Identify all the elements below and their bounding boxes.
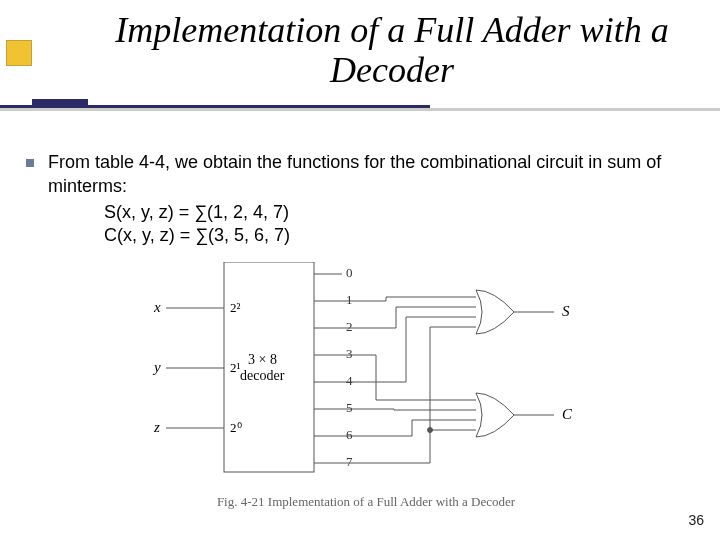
page-number: 36 bbox=[688, 512, 704, 528]
weight-y: 2¹ bbox=[230, 360, 241, 375]
input-x-label: x bbox=[153, 299, 161, 315]
output-c: C bbox=[562, 406, 573, 422]
out-7: 7 bbox=[346, 454, 353, 469]
out-2: 2 bbox=[346, 319, 353, 334]
block-label-bottom: decoder bbox=[240, 368, 285, 383]
input-y-label: y bbox=[152, 359, 161, 375]
bullet-item: From table 4-4, we obtain the functions … bbox=[20, 150, 700, 199]
input-z-label: z bbox=[153, 419, 160, 435]
equations: S(x, y, z) = ∑(1, 2, 4, 7) C(x, y, z) = … bbox=[104, 201, 700, 248]
svg-point-12 bbox=[428, 428, 433, 433]
weight-z: 2⁰ bbox=[230, 420, 242, 435]
decoder-diagram-icon: x y z 2² 2¹ 2⁰ 3 × 8 decoder 0 1 bbox=[136, 262, 596, 484]
slide: Implementation of a Full Adder with a De… bbox=[0, 0, 720, 540]
accent-box-icon bbox=[6, 40, 32, 66]
bullet-text: From table 4-4, we obtain the functions … bbox=[48, 150, 700, 199]
bullet-icon bbox=[26, 159, 34, 167]
out-3: 3 bbox=[346, 346, 353, 361]
figure: x y z 2² 2¹ 2⁰ 3 × 8 decoder 0 1 bbox=[136, 262, 596, 510]
out-5: 5 bbox=[346, 400, 353, 415]
divider-gray bbox=[0, 108, 720, 111]
divider-navy bbox=[0, 105, 430, 108]
out-0: 0 bbox=[346, 265, 353, 280]
weight-x: 2² bbox=[230, 300, 241, 315]
out-4: 4 bbox=[346, 373, 353, 388]
page-title: Implementation of a Full Adder with a De… bbox=[102, 10, 682, 91]
equation-s: S(x, y, z) = ∑(1, 2, 4, 7) bbox=[104, 201, 700, 224]
title-decoration bbox=[0, 102, 720, 124]
figure-caption: Fig. 4-21 Implementation of a Full Adder… bbox=[136, 494, 596, 510]
out-1: 1 bbox=[346, 292, 353, 307]
divider-navy-tab bbox=[32, 99, 88, 105]
body-text: From table 4-4, we obtain the functions … bbox=[20, 150, 700, 247]
output-s: S bbox=[562, 303, 570, 319]
equation-c: C(x, y, z) = ∑(3, 5, 6, 7) bbox=[104, 224, 700, 247]
out-6: 6 bbox=[346, 427, 353, 442]
block-label-top: 3 × 8 bbox=[248, 352, 277, 367]
